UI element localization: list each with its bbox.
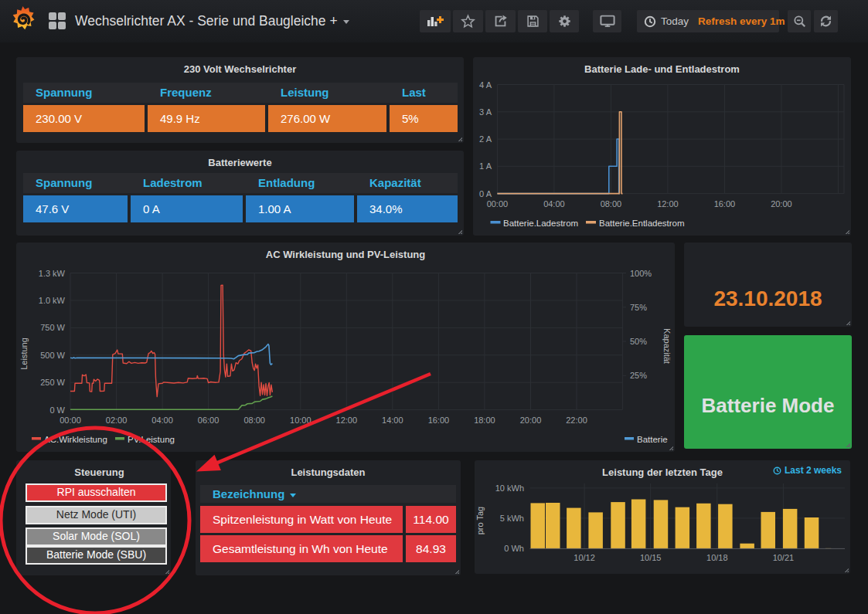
svg-text:12:00: 12:00: [657, 199, 679, 209]
svg-text:0 W: 0 W: [49, 405, 65, 415]
svg-text:10/15: 10/15: [640, 553, 662, 562]
svg-text:50%: 50%: [630, 337, 647, 346]
svg-text:08:00: 08:00: [601, 199, 622, 209]
svg-text:08:00: 08:00: [243, 416, 265, 425]
svg-text:18:00: 18:00: [474, 416, 495, 425]
svg-text:AC.Wirkleistung: AC.Wirkleistung: [44, 435, 107, 444]
svg-text:100%: 100%: [630, 269, 652, 278]
svg-text:5 kWh: 5 kWh: [500, 514, 524, 523]
svg-text:06:00: 06:00: [198, 416, 220, 425]
svg-text:02:00: 02:00: [106, 416, 128, 425]
svg-text:Batterie: Batterie: [637, 435, 668, 444]
svg-text:0 A: 0 A: [479, 189, 492, 198]
svg-text:10/18: 10/18: [706, 553, 728, 562]
svg-text:1 A: 1 A: [479, 161, 492, 171]
svg-text:Leistung: Leistung: [19, 338, 29, 370]
svg-text:10:00: 10:00: [290, 416, 311, 425]
svg-text:10/12: 10/12: [574, 553, 595, 562]
svg-text:4 A: 4 A: [479, 80, 492, 90]
svg-text:PV.Leistung: PV.Leistung: [128, 435, 175, 444]
svg-text:00:00: 00:00: [487, 199, 509, 209]
svg-text:pro Tag: pro Tag: [475, 507, 485, 535]
svg-text:2 A: 2 A: [479, 134, 492, 144]
svg-text:250 W: 250 W: [40, 378, 65, 387]
svg-text:14:00: 14:00: [382, 416, 403, 425]
svg-text:10/21: 10/21: [773, 553, 795, 562]
svg-text:10 kWh: 10 kWh: [495, 483, 524, 493]
svg-text:0 Wh: 0 Wh: [504, 544, 524, 553]
svg-text:16:00: 16:00: [714, 199, 736, 209]
svg-text:20:00: 20:00: [520, 416, 542, 425]
svg-text:22:00: 22:00: [566, 416, 587, 425]
svg-text:04:00: 04:00: [543, 199, 565, 209]
svg-text:16:00: 16:00: [428, 416, 450, 425]
svg-text:1.3 kW: 1.3 kW: [39, 269, 66, 278]
svg-text:12:00: 12:00: [336, 416, 358, 425]
svg-text:750 W: 750 W: [40, 323, 65, 332]
svg-text:500 W: 500 W: [40, 351, 65, 360]
svg-text:25%: 25%: [630, 371, 647, 380]
svg-text:00:00: 00:00: [60, 416, 81, 425]
svg-text:20:00: 20:00: [771, 199, 792, 209]
svg-text:04:00: 04:00: [151, 416, 173, 425]
svg-text:1.0 kW: 1.0 kW: [39, 296, 66, 305]
svg-text:3 A: 3 A: [479, 107, 492, 117]
svg-text:75%: 75%: [630, 303, 647, 312]
svg-text:Batterie.Ladestrom: Batterie.Ladestrom: [503, 219, 578, 228]
svg-text:Batterie.Entladestrom: Batterie.Entladestrom: [599, 219, 685, 228]
svg-text:Kapazität: Kapazität: [662, 328, 672, 364]
